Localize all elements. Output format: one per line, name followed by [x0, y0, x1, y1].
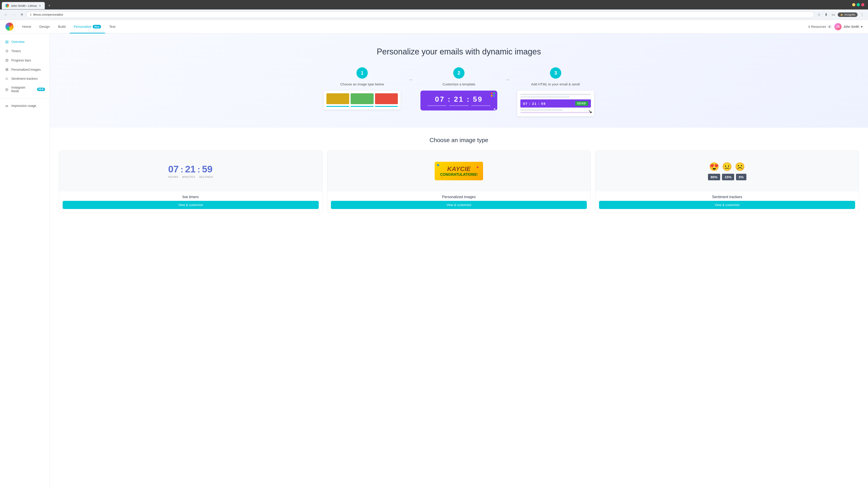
sidebar-item-instagram-feeds[interactable]: ◎ Instagram feeds NEW: [0, 83, 50, 95]
sidebar-label-impression-usage: Impression usage: [11, 104, 36, 107]
step-3-label: Add HTML to your email & send!: [531, 82, 580, 86]
litmus-logo[interactable]: [5, 23, 13, 31]
pct-love: 80%: [708, 174, 720, 180]
sidebar: ▤ Overview ⊙ Timers ⊟ Progress bars ⊞ Pe…: [0, 33, 50, 488]
sidebar-item-timers[interactable]: ⊙ Timers: [0, 46, 50, 56]
dot-red: [491, 92, 493, 94]
sidebar-item-sentiment-trackers[interactable]: ☺ Sentiment trackers: [0, 74, 50, 83]
card-personalized-body: Personalized images View & customize: [327, 191, 591, 213]
download-button[interactable]: ⬇: [823, 11, 829, 18]
step-3: 3 Add HTML to your email & send! 07 : 21…: [513, 67, 598, 116]
email-lines-bottom: [520, 109, 591, 113]
user-avatar: JS: [834, 23, 842, 30]
chart-icon: ⚌: [4, 103, 9, 108]
nav-test[interactable]: Test: [105, 20, 120, 33]
step-1: 1 Choose an image type below: [319, 67, 405, 109]
sentiment-mock: 😍 😐 ☹️ 80% 15% 5%: [708, 162, 746, 180]
progress-icon: ⊟: [4, 58, 9, 62]
sidebar-label-instagram-feeds: Instagram feeds: [11, 86, 34, 93]
more-button[interactable]: ⋮: [859, 11, 865, 18]
email-line-2: [520, 96, 569, 98]
reload-button[interactable]: ✕: [19, 11, 25, 18]
pct-neutral: 15%: [722, 174, 734, 180]
ul-3: [471, 105, 491, 106]
step-2-label: Customize a template: [442, 82, 475, 86]
window-controls: [852, 3, 866, 8]
browser-actions: ☆ ⬇ ▭ 🕵 Incognito ⋮: [816, 11, 865, 18]
sidebar-item-overview[interactable]: ▤ Overview: [0, 37, 50, 46]
hero-title: Personalize your emails with dynamic ima…: [59, 47, 859, 57]
card-sentiment-title: Sentiment trackers: [599, 195, 855, 199]
card-sentiment-trackers: 😍 😐 ☹️ 80% 15% 5%: [595, 151, 859, 213]
sidebar-label-overview: Overview: [11, 40, 24, 43]
personalized-name: KAYCIE: [440, 165, 477, 173]
emoji-row: 😍 😐 ☹️: [709, 162, 745, 171]
forward-button[interactable]: →: [11, 12, 17, 18]
extensions-button[interactable]: ▭: [830, 11, 836, 18]
image-icon: ⊞: [4, 67, 9, 72]
incognito-label: Incognito: [844, 13, 855, 16]
close-button[interactable]: [861, 3, 864, 6]
card-personalized-btn[interactable]: View & customize: [331, 201, 587, 209]
card-sentiment-btn[interactable]: View & customize: [599, 201, 855, 209]
new-tab-button[interactable]: +: [46, 2, 53, 9]
steps-row: 1 Choose an image type below: [59, 67, 859, 116]
choose-section: Choose an image type 07 : 21 : 5: [50, 128, 868, 222]
lock-icon: ℹ: [30, 13, 31, 16]
cursor-step2: ↖: [493, 107, 497, 113]
seconds-label: SECONDS: [199, 175, 213, 178]
sidebar-item-progress-bars[interactable]: ⊟ Progress bars: [0, 56, 50, 65]
hero-section: Personalize your emails with dynamic ima…: [50, 33, 868, 128]
main-container: ▤ Overview ⊙ Timers ⊟ Progress bars ⊞ Pe…: [0, 33, 868, 488]
user-menu-button[interactable]: JS John Smith ▾: [834, 23, 863, 30]
card-personalized-images: KAYCIE CONGRATULATIONS! Personalized ima…: [327, 151, 591, 213]
ul-2: [449, 105, 468, 106]
overview-icon: ▤: [4, 39, 9, 44]
timer-mock: [324, 91, 401, 109]
main-content: Personalize your emails with dynamic ima…: [50, 33, 868, 488]
minimize-button[interactable]: [852, 3, 855, 6]
incognito-icon: 🕵: [840, 13, 843, 16]
tab-close-button[interactable]: ✕: [39, 4, 41, 7]
nav-links: Home Design Build Personalize New Test: [18, 20, 809, 33]
sidebar-label-personalized-images: Personalized images: [11, 68, 41, 71]
sidebar-label-progress-bars: Progress bars: [11, 59, 31, 62]
timer-display-mock: 07 : 21 : 59: [427, 95, 491, 103]
sidebar-item-impression-usage[interactable]: ⚌ Impression usage: [0, 101, 50, 110]
email-template-mock: 07 : 21 : 59 SEND ↖: [517, 91, 594, 116]
hours-label: HOURS: [168, 175, 178, 178]
bookmark-button[interactable]: ☆: [816, 11, 822, 18]
nav-personalize[interactable]: Personalize New: [70, 20, 105, 33]
address-bar[interactable]: ℹ litmus.com/personalize: [26, 11, 814, 18]
arrow-2: →: [502, 76, 513, 83]
maximize-button[interactable]: [857, 3, 860, 6]
dot-orange: [491, 95, 493, 97]
clock-icon: ⊙: [4, 49, 9, 53]
resources-count: 1: [828, 25, 832, 28]
card-timers-btn[interactable]: View & customize: [63, 201, 319, 209]
emoji-neutral: 😐: [722, 162, 732, 171]
minutes-label: MINUTES: [182, 175, 195, 178]
chevron-down-icon: ▾: [861, 25, 863, 29]
resources-button[interactable]: ℹ Resources 1: [809, 25, 832, 29]
color-dots: [491, 92, 495, 97]
cursor-step3: ↖: [588, 109, 592, 115]
timer-bar-green: [350, 93, 373, 104]
sidebar-item-personalized-images[interactable]: ⊞ Personalized images: [0, 65, 50, 74]
dot-blue: [493, 95, 495, 97]
nav-build[interactable]: Build: [54, 20, 70, 33]
email-lines-top: [520, 94, 591, 98]
nav-design[interactable]: Design: [35, 20, 54, 33]
back-button[interactable]: ←: [3, 12, 9, 18]
nav-home[interactable]: Home: [18, 20, 35, 33]
tab-favicon: [5, 4, 9, 7]
active-tab[interactable]: John Smith › Litmus ✕: [2, 2, 45, 9]
step-2-visual: 07 : 21 : 59 ↖: [421, 91, 497, 110]
instagram-new-badge: NEW: [37, 88, 45, 91]
app-container: Home Design Build Personalize New Test ℹ…: [0, 20, 868, 488]
card-timers: 07 : 21 : 59 HOURS MINUTES SECONDS: [59, 151, 322, 213]
card-personalized-visual: KAYCIE CONGRATULATIONS!: [327, 151, 591, 191]
timer-card-content: 07 : 21 : 59 HOURS MINUTES SECONDS: [168, 164, 213, 178]
tab-title: John Smith › Litmus: [11, 4, 37, 7]
step-1-visual: [324, 91, 401, 109]
